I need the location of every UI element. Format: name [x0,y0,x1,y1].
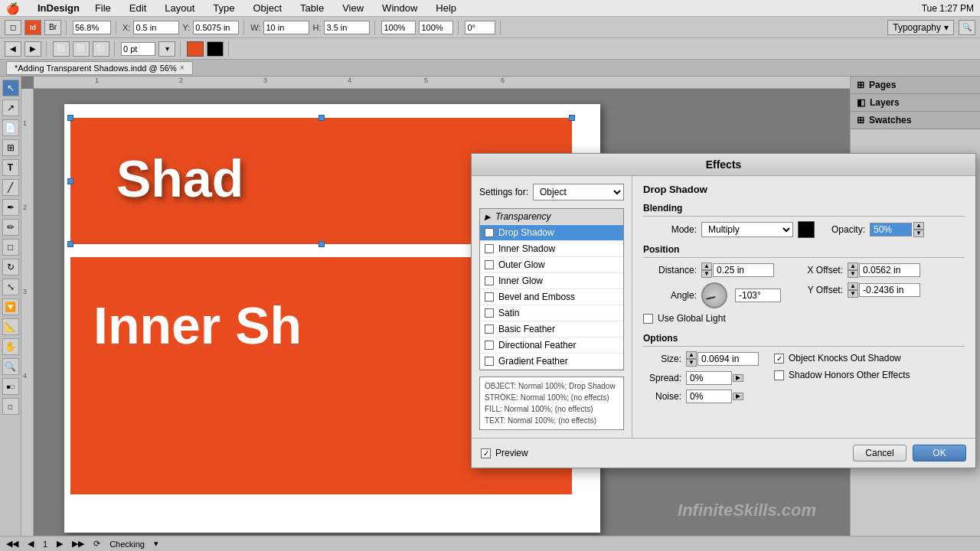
scale-w-input[interactable] [381,21,416,34]
ok-button[interactable]: OK [913,445,966,461]
honors-effects-checkbox[interactable] [774,370,784,380]
pages-panel-header[interactable]: ⊞ Pages [851,77,980,94]
next-page-btn[interactable]: ▶▶ [72,539,84,549]
preview-checkbox[interactable] [481,448,491,458]
nav-prev[interactable]: ◀ [5,41,21,57]
next-btn[interactable]: ▶ [57,539,63,549]
tool-br[interactable]: Br [44,20,61,35]
handle-tl[interactable] [67,115,74,121]
handle-tr[interactable] [569,115,575,121]
directional-feather-item[interactable]: Directional Feather [480,337,623,354]
drop-shadow-item[interactable]: ✓ Drop Shadow [480,225,623,241]
handle-ml[interactable] [67,178,74,184]
search-btn[interactable]: 🔍 [959,20,975,35]
stroke-input[interactable] [121,42,155,56]
inner-shadow-item[interactable]: Inner Shadow [480,241,623,257]
tool-id[interactable]: Id [24,20,41,35]
menu-edit[interactable]: Edit [126,2,149,14]
document-tab[interactable]: *Adding Transparent Shadows.indd @ 56% × [6,61,193,75]
bevel-emboss-checkbox[interactable] [485,292,494,302]
tool-direct-select[interactable]: ↗ [2,99,19,116]
x-input[interactable] [133,21,179,34]
fill-color[interactable] [187,41,204,57]
distance-up[interactable]: ▲ [701,262,712,270]
angle-input[interactable] [465,21,495,34]
tool-page[interactable]: 📄 [2,119,19,136]
x-offset-input[interactable] [859,263,920,277]
opacity-input[interactable] [870,223,912,236]
tool-select[interactable]: ◻ [5,20,21,35]
typography-dropdown[interactable]: Typography ▾ [887,20,954,35]
directional-feather-checkbox[interactable] [485,341,494,350]
menu-table[interactable]: Table [297,2,327,14]
noise-arrow[interactable]: ▶ [733,393,743,400]
tool-fill-stroke[interactable]: ■□ [2,378,19,395]
tool-scale[interactable]: ⤡ [2,279,19,295]
tool-hand[interactable]: ✋ [2,338,19,355]
tool-gap[interactable]: ⊞ [2,139,19,156]
satin-checkbox[interactable] [485,308,494,318]
x-offset-up[interactable]: ▲ [848,262,858,270]
stroke-color[interactable] [207,41,224,57]
opacity-up[interactable]: ▲ [913,222,924,230]
shadow-color-swatch[interactable] [798,221,815,238]
y-offset-input[interactable] [859,283,920,297]
gradient-feather-item[interactable]: Gradient Feather [480,354,623,370]
bevel-emboss-item[interactable]: Bevel and Emboss [480,289,623,305]
tool-zoom[interactable]: 🔍 [2,358,19,375]
handle-bl[interactable] [67,241,74,247]
cancel-button[interactable]: Cancel [853,445,906,461]
layers-panel-header[interactable]: ◧ Layers [851,94,980,112]
tool-line[interactable]: ╱ [2,179,19,196]
y-offset-down[interactable]: ▼ [848,290,858,298]
tool-eyedropper[interactable]: 🔽 [2,298,19,315]
size-input[interactable] [697,352,759,366]
spread-arrow[interactable]: ▶ [733,374,743,382]
menu-help[interactable]: Help [433,2,459,14]
menu-file[interactable]: File [92,2,114,14]
tool-type[interactable]: T [2,159,19,176]
blend-mode-dropdown[interactable]: Multiply [701,222,793,237]
zoom-input[interactable]: 56.8% [73,21,111,34]
global-light-checkbox[interactable] [643,314,653,324]
align-center[interactable]: ⬜ [73,41,90,57]
menu-view[interactable]: View [339,2,367,14]
transparency-item[interactable]: ▶ Transparency [480,209,623,225]
close-icon[interactable]: × [180,64,185,72]
apple-menu[interactable]: 🍎 [6,2,19,15]
tool-mode[interactable]: ◻ [2,398,19,415]
y-offset-up[interactable]: ▲ [848,282,858,290]
satin-item[interactable]: Satin [480,305,623,321]
prev-page-btn[interactable]: ◀◀ [6,539,18,549]
size-down[interactable]: ▼ [686,359,697,367]
noise-input[interactable] [686,390,732,403]
swatches-panel-header[interactable]: ⊞ Swatches [851,112,980,129]
opacity-down[interactable]: ▼ [913,230,924,237]
outer-glow-checkbox[interactable] [485,260,494,269]
inner-glow-checkbox[interactable] [485,276,494,285]
h-input[interactable] [324,21,370,34]
x-offset-down[interactable]: ▼ [848,270,858,278]
align-right[interactable]: ⬜ [93,41,109,57]
settings-for-dropdown[interactable]: Object [533,184,624,201]
distance-input[interactable] [713,263,774,277]
menu-object[interactable]: Object [250,2,286,14]
tool-rotate[interactable]: ↻ [2,259,19,276]
y-input[interactable] [193,21,239,34]
tool-pencil[interactable]: ✏ [2,219,19,236]
align-left[interactable]: ⬜ [53,41,70,57]
basic-feather-checkbox[interactable] [485,324,494,334]
outer-glow-item[interactable]: Outer Glow [480,257,623,273]
angle-input[interactable] [735,289,781,302]
tool-arrow[interactable]: ↖ [2,80,19,96]
menu-type[interactable]: Type [210,2,237,14]
prev-btn[interactable]: ◀ [28,539,34,549]
tool-measure[interactable]: 📐 [2,318,19,335]
tool-rect[interactable]: □ [2,239,19,256]
handle-tc[interactable] [318,115,325,121]
menu-layout[interactable]: Layout [162,2,198,14]
w-input[interactable] [263,21,309,34]
tool-pen[interactable]: ✒ [2,199,19,216]
knocks-out-checkbox[interactable] [774,354,784,364]
menu-window[interactable]: Window [379,2,420,14]
